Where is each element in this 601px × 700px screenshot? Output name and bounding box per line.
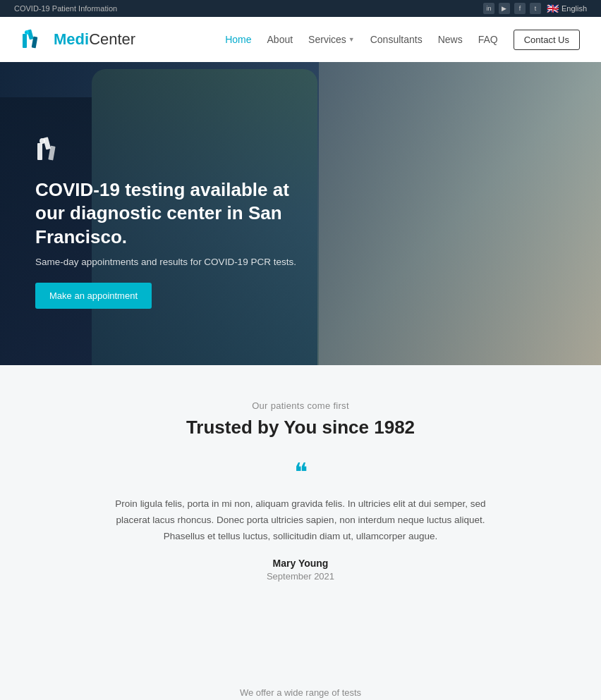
- social-icons: in ▶ f t: [483, 3, 541, 14]
- facebook-icon[interactable]: f: [514, 3, 526, 14]
- navbar: MediCenter Home About Services ▼ Consult…: [0, 17, 601, 62]
- language-label: English: [561, 4, 587, 13]
- svg-rect-5: [37, 143, 42, 160]
- hero-cta-button[interactable]: Make an appointment: [35, 283, 152, 309]
- hero-logo-icon: [35, 132, 71, 167]
- testimonial-text: Proin ligula felis, porta in mi non, ali…: [103, 496, 498, 545]
- logo-icon: [21, 25, 49, 54]
- services-section: We offer a wide range of tests Our Servi…: [0, 652, 601, 700]
- nav-about[interactable]: About: [267, 34, 293, 45]
- logo-medi: Medi: [54, 30, 89, 48]
- svg-rect-6: [43, 137, 51, 149]
- nav-home[interactable]: Home: [225, 34, 251, 45]
- logo-text: MediCenter: [54, 30, 135, 49]
- nav-links: Home About Services ▼ Consultants News F…: [225, 30, 580, 50]
- services-dropdown-arrow: ▼: [348, 36, 355, 43]
- hero-subtitle: Same-day appointments and results for CO…: [35, 257, 303, 267]
- services-subtitle: We offer a wide range of tests: [21, 687, 580, 698]
- hero-title: COVID-19 testing available at our diagno…: [35, 178, 303, 250]
- nav-consultants[interactable]: Consultants: [370, 34, 423, 45]
- trust-subtitle: Our patients come first: [21, 400, 580, 411]
- language-selector[interactable]: 🇬🇧 English: [547, 3, 587, 14]
- testimonial-date: September 2021: [21, 571, 580, 582]
- logo[interactable]: MediCenter: [21, 25, 135, 54]
- contact-us-button[interactable]: Contact Us: [514, 30, 580, 50]
- twitter-icon[interactable]: t: [530, 3, 541, 14]
- hero-logo-small: [35, 132, 303, 170]
- linkedin-icon[interactable]: in: [483, 3, 494, 14]
- hero-section: COVID-19 testing available at our diagno…: [0, 62, 601, 365]
- svg-rect-0: [23, 34, 27, 48]
- youtube-icon[interactable]: ▶: [499, 3, 510, 14]
- logo-center: Center: [89, 30, 135, 48]
- top-bar: COVID-19 Patient Information in ▶ f t 🇬🇧…: [0, 0, 601, 17]
- flag-icon: 🇬🇧: [547, 3, 559, 14]
- hero-content: COVID-19 testing available at our diagno…: [35, 132, 303, 309]
- top-bar-right: in ▶ f t 🇬🇧 English: [483, 3, 587, 14]
- spacer: [0, 610, 601, 652]
- nav-services[interactable]: Services ▼: [308, 34, 355, 45]
- quote-icon: ❝: [21, 460, 580, 485]
- nav-news[interactable]: News: [438, 34, 463, 45]
- trust-section: Our patients come first Trusted by You s…: [0, 365, 601, 610]
- svg-point-8: [40, 138, 45, 144]
- announcement-text: COVID-19 Patient Information: [14, 4, 117, 13]
- testimonial-author: Mary Young: [21, 558, 580, 569]
- nav-faq[interactable]: FAQ: [478, 34, 498, 45]
- trust-title: Trusted by You since 1982: [21, 417, 580, 438]
